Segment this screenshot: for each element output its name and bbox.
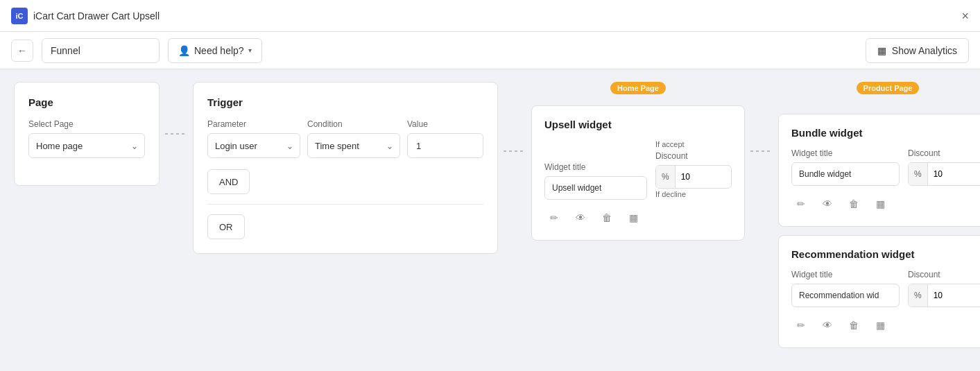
dashed-line bbox=[165, 133, 187, 135]
upsell-column: Home Page Upsell widget Widget title If … bbox=[531, 82, 745, 241]
help-label: Need help? bbox=[194, 45, 244, 56]
home-page-badge-wrap: Home Page bbox=[610, 82, 666, 100]
person-icon: 👤 bbox=[178, 45, 190, 56]
bundle-view-icon[interactable]: 👁 bbox=[818, 194, 837, 214]
dashed-line-3 bbox=[750, 150, 773, 152]
app-title: iCart Cart Drawer Cart Upsell bbox=[33, 10, 160, 21]
close-button[interactable]: × bbox=[961, 10, 969, 22]
if-accept-label: If accept bbox=[655, 140, 732, 148]
parameter-label: Parameter bbox=[207, 119, 300, 129]
bundle-widget-panel: Bundle widget Widget title Discount % ✏ … bbox=[778, 114, 980, 227]
trigger-divider bbox=[207, 204, 483, 205]
upsell-actions: ✏ 👁 🗑 ▦ bbox=[544, 208, 732, 227]
recommendation-edit-icon[interactable]: ✏ bbox=[791, 316, 811, 335]
bundle-discount-prefix: % bbox=[909, 163, 928, 185]
condition-field: Condition Time spent bbox=[307, 119, 400, 158]
bundle-discount-input[interactable] bbox=[928, 163, 970, 185]
recommendation-widget-row: Widget title Discount % bbox=[791, 270, 980, 307]
and-button[interactable]: AND bbox=[207, 169, 250, 194]
connector-upsell-bundle bbox=[745, 82, 778, 221]
select-page-wrapper[interactable]: Home page bbox=[28, 133, 145, 158]
page-panel-title: Page bbox=[28, 96, 145, 108]
upsell-edit-icon[interactable]: ✏ bbox=[544, 208, 564, 227]
discount-prefix: % bbox=[656, 166, 676, 188]
recommendation-widget-panel: Recommendation widget Widget title Disco… bbox=[778, 235, 980, 348]
parameter-field: Parameter Login user bbox=[207, 119, 300, 158]
upsell-discount-field: Discount % bbox=[655, 151, 732, 189]
upsell-title-label: Widget title bbox=[544, 162, 647, 172]
product-page-badge: Product Page bbox=[857, 82, 920, 94]
select-page[interactable]: Home page bbox=[28, 133, 145, 158]
upsell-widget-row: Widget title If accept Discount % bbox=[544, 140, 732, 200]
recommendation-title-field: Widget title bbox=[791, 270, 900, 307]
value-field: Value bbox=[407, 119, 483, 158]
back-icon: ← bbox=[17, 45, 27, 56]
upsell-discount-input[interactable] bbox=[676, 166, 717, 188]
home-page-badge: Home Page bbox=[610, 82, 666, 94]
recommendation-discount-label: Discount bbox=[908, 270, 980, 279]
recommendation-actions: ✏ 👁 🗑 ▦ bbox=[791, 316, 980, 335]
condition-label: Condition bbox=[307, 119, 400, 129]
recommendation-discount-prefix: % bbox=[909, 284, 928, 307]
upsell-discount-label: Discount bbox=[655, 151, 732, 161]
bundle-discount-label: Discount bbox=[908, 148, 980, 158]
funnel-name-input[interactable] bbox=[42, 38, 160, 63]
product-page-badge-wrap: Product Page bbox=[857, 82, 920, 100]
upsell-title-input[interactable] bbox=[544, 176, 647, 200]
upsell-title-field: Widget title bbox=[544, 162, 647, 200]
connector-page-trigger bbox=[160, 82, 193, 186]
recommendation-title-input[interactable] bbox=[791, 284, 900, 307]
bundle-actions: ✏ 👁 🗑 ▦ bbox=[791, 194, 980, 214]
recommendation-delete-icon[interactable]: 🗑 bbox=[844, 316, 863, 335]
bundle-title-label: Widget title bbox=[791, 148, 900, 158]
app-icon: iC bbox=[11, 8, 28, 24]
recommendation-view-icon[interactable]: 👁 bbox=[818, 316, 837, 335]
connector-trigger-widget bbox=[498, 82, 531, 221]
or-button[interactable]: OR bbox=[207, 214, 245, 239]
recommendation-analytics-icon[interactable]: ▦ bbox=[870, 316, 890, 335]
trigger-row: Parameter Login user Condition Time spen… bbox=[207, 119, 483, 158]
upsell-widget-title: Upsell widget bbox=[544, 119, 732, 130]
analytics-label: Show Analytics bbox=[892, 45, 957, 56]
back-button[interactable]: ← bbox=[11, 40, 33, 62]
bundle-delete-icon[interactable]: 🗑 bbox=[844, 194, 863, 214]
upsell-analytics-icon[interactable]: ▦ bbox=[624, 208, 643, 227]
bundle-discount-field: Discount % bbox=[908, 148, 980, 186]
parameter-select[interactable]: Login user bbox=[207, 133, 300, 158]
select-page-label: Select Page bbox=[28, 119, 145, 129]
canvas: Page Select Page Home page Trigger Param… bbox=[0, 69, 980, 371]
right-widget-column: Product Page Bundle widget Widget title … bbox=[778, 82, 980, 348]
bundle-analytics-icon[interactable]: ▦ bbox=[870, 194, 890, 214]
upsell-delete-icon[interactable]: 🗑 bbox=[597, 208, 617, 227]
upsell-widget-panel: Upsell widget Widget title If accept Dis… bbox=[531, 105, 745, 241]
recommendation-widget-title: Recommendation widget bbox=[791, 248, 980, 260]
bundle-widget-title: Bundle widget bbox=[791, 127, 980, 139]
toolbar: ← 👤 Need help? ▾ ▦ Show Analytics bbox=[0, 32, 980, 69]
recommendation-discount-input[interactable] bbox=[928, 284, 970, 307]
value-input[interactable] bbox=[407, 133, 483, 158]
page-panel: Page Select Page Home page bbox=[14, 82, 160, 186]
bundle-edit-icon[interactable]: ✏ bbox=[791, 194, 811, 214]
bundle-widget-row: Widget title Discount % bbox=[791, 148, 980, 186]
if-decline-label: If decline bbox=[655, 190, 732, 198]
upsell-view-icon[interactable]: 👁 bbox=[571, 208, 590, 227]
value-label: Value bbox=[407, 119, 483, 129]
dashed-line-2 bbox=[504, 150, 526, 152]
help-button[interactable]: 👤 Need help? ▾ bbox=[168, 38, 262, 63]
show-analytics-button[interactable]: ▦ Show Analytics bbox=[866, 38, 969, 63]
title-bar: iC iCart Cart Drawer Cart Upsell × bbox=[0, 0, 980, 32]
analytics-icon: ▦ bbox=[877, 45, 886, 56]
bundle-title-field: Widget title bbox=[791, 148, 900, 186]
recommendation-discount-field: Discount % bbox=[908, 270, 980, 307]
bundle-title-input[interactable] bbox=[791, 162, 900, 186]
recommendation-title-label: Widget title bbox=[791, 270, 900, 279]
trigger-panel: Trigger Parameter Login user Condition T… bbox=[193, 82, 498, 254]
trigger-panel-title: Trigger bbox=[207, 96, 483, 108]
chevron-down-icon: ▾ bbox=[248, 46, 252, 54]
condition-select[interactable]: Time spent bbox=[307, 133, 400, 158]
